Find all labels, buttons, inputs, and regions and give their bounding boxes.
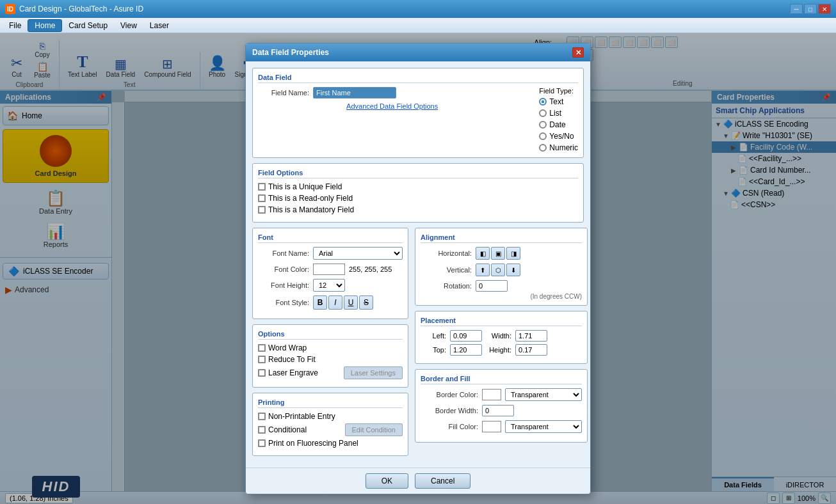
radio-yesno[interactable] xyxy=(539,132,547,140)
readonly-label: This is a Read-only Field xyxy=(268,194,353,203)
radio-text-label: Text xyxy=(549,97,563,106)
strikethrough-btn[interactable]: S xyxy=(359,295,373,310)
laser-engrave-checkbox[interactable] xyxy=(258,369,266,377)
field-type-label: Field Type: xyxy=(539,87,578,95)
placement-section-title: Placement xyxy=(421,317,582,326)
menu-bar: File Home Card Setup View Laser xyxy=(0,18,836,33)
laser-settings-btn[interactable]: Laser Settings xyxy=(344,366,403,379)
font-name-select[interactable]: Arial xyxy=(313,247,403,260)
non-printable-label: Non-Printable Entry xyxy=(268,412,335,421)
advanced-options-link[interactable]: Advanced Data Field Options xyxy=(258,102,526,110)
modal-close-button[interactable]: ✕ xyxy=(572,47,584,58)
ok-button[interactable]: OK xyxy=(366,473,408,489)
top-placement-label: Top: xyxy=(421,346,446,354)
alignment-section-title: Alignment xyxy=(421,233,582,243)
rotation-note: (In degrees CCW) xyxy=(421,293,582,300)
border-width-label: Border Width: xyxy=(421,407,478,414)
field-type-group: Text List Date xyxy=(539,97,578,152)
menu-laser[interactable]: Laser xyxy=(143,20,175,31)
data-field-section-title: Data Field xyxy=(258,74,578,83)
printing-section: Printing Non-Printable Entry Conditional… xyxy=(252,393,408,456)
mandatory-checkbox[interactable] xyxy=(258,206,266,214)
font-color-value: 255, 255, 255 xyxy=(349,265,392,273)
h-align-right-btn[interactable]: ◨ xyxy=(506,247,520,260)
left-placement-label: Left: xyxy=(421,332,446,340)
edit-condition-btn[interactable]: Edit Condition xyxy=(345,423,403,436)
conditional-checkbox[interactable] xyxy=(258,426,266,434)
non-printable-checkbox[interactable] xyxy=(258,413,266,420)
fill-color-preview[interactable] xyxy=(482,421,501,432)
font-height-select[interactable]: 12 xyxy=(313,279,345,292)
menu-file[interactable]: File xyxy=(3,20,28,31)
font-section: Font Font Name: Arial Font Color: 255, 2… xyxy=(252,228,408,319)
placement-section: Placement Left: Width: Top: Height: xyxy=(415,311,588,364)
fluorescing-checkbox[interactable] xyxy=(258,439,266,447)
options-section-title: Options xyxy=(258,330,403,340)
field-options-title: Field Options xyxy=(258,169,578,178)
laser-engrave-label: Laser Engrave xyxy=(268,368,318,377)
v-align-top-btn[interactable]: ⬆ xyxy=(476,264,490,276)
underline-btn[interactable]: U xyxy=(344,295,358,310)
rotation-label: Rotation: xyxy=(421,282,472,290)
font-height-label: Font Height: xyxy=(258,281,309,289)
minimize-btn[interactable]: ─ xyxy=(790,4,803,14)
border-fill-section: Border and Fill Border Color: Transparen… xyxy=(415,369,588,443)
fill-color-label: Fill Color: xyxy=(421,423,478,430)
border-fill-title: Border and Fill xyxy=(421,375,582,384)
cancel-button[interactable]: Cancel xyxy=(415,473,470,489)
font-color-label: Font Color: xyxy=(258,265,309,273)
close-btn[interactable]: ✕ xyxy=(818,4,831,14)
conditional-label: Conditional xyxy=(268,425,307,434)
font-style-buttons: B I U S xyxy=(313,295,373,310)
font-section-title: Font xyxy=(258,233,403,243)
options-section: Options Word Wrap Reduce To Fit xyxy=(252,324,408,388)
menu-card-setup[interactable]: Card Setup xyxy=(62,20,114,31)
printing-section-title: Printing xyxy=(258,398,403,408)
unique-label: This is a Unique Field xyxy=(268,182,342,191)
left-placement-input[interactable] xyxy=(450,330,482,342)
font-style-label: Font Style: xyxy=(258,299,309,306)
radio-date-label: Date xyxy=(549,120,565,129)
radio-numeric[interactable] xyxy=(539,144,547,152)
border-color-label: Border Color: xyxy=(421,391,478,398)
title-bar: ID Card Design - GlobalTech - Asure ID ─… xyxy=(0,0,836,18)
reduce-fit-checkbox[interactable] xyxy=(258,356,266,363)
menu-view[interactable]: View xyxy=(114,20,143,31)
horizontal-label: Horizontal: xyxy=(421,249,472,257)
modal-title-bar: Data Field Properties ✕ xyxy=(246,43,590,61)
mandatory-label: This is a Mandatory Field xyxy=(268,205,354,214)
radio-text[interactable] xyxy=(539,98,547,106)
menu-home[interactable]: Home xyxy=(28,19,62,32)
radio-list[interactable] xyxy=(539,109,547,117)
reduce-fit-label: Reduce To Fit xyxy=(268,355,316,364)
word-wrap-checkbox[interactable] xyxy=(258,344,266,352)
border-width-input[interactable] xyxy=(482,405,514,416)
maximize-btn[interactable]: □ xyxy=(804,4,817,14)
radio-date[interactable] xyxy=(539,121,547,129)
modal-footer: OK Cancel xyxy=(246,468,590,494)
h-align-center-btn[interactable]: ▣ xyxy=(491,247,505,260)
font-name-label: Font Name: xyxy=(258,249,309,257)
unique-checkbox[interactable] xyxy=(258,183,266,191)
field-options-section: Field Options This is a Unique Field Thi… xyxy=(252,163,584,223)
height-placement-input[interactable] xyxy=(515,344,547,356)
font-color-preview[interactable] xyxy=(313,264,345,275)
modal-overlay: Data Field Properties ✕ Data Field Field… xyxy=(0,33,836,504)
fluorescing-label: Print on Fluorescing Panel xyxy=(268,439,358,448)
fill-color-select[interactable]: Transparent xyxy=(505,420,582,433)
border-color-preview[interactable] xyxy=(482,389,501,400)
h-align-left-btn[interactable]: ◧ xyxy=(476,247,490,260)
app-title: Card Design - GlobalTech - Asure ID xyxy=(19,4,143,13)
top-placement-input[interactable] xyxy=(450,344,482,356)
modal-title: Data Field Properties xyxy=(252,48,329,57)
border-color-select[interactable]: Transparent xyxy=(505,388,582,401)
bold-btn[interactable]: B xyxy=(313,295,327,310)
field-name-input[interactable] xyxy=(313,87,396,98)
data-field-section: Data Field Field Name: Advanced Data Fie… xyxy=(252,68,584,158)
v-align-bottom-btn[interactable]: ⬇ xyxy=(506,264,520,276)
width-placement-input[interactable] xyxy=(515,330,547,342)
v-align-middle-btn[interactable]: ⬡ xyxy=(491,264,505,276)
readonly-checkbox[interactable] xyxy=(258,194,266,202)
italic-btn[interactable]: I xyxy=(328,295,342,310)
rotation-input[interactable] xyxy=(476,280,508,292)
